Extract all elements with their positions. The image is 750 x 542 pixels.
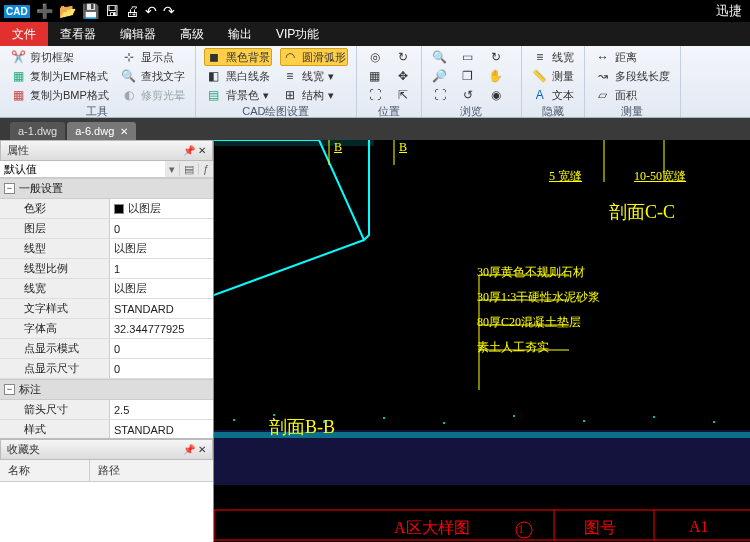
ext-icon: ⇱ — [395, 87, 411, 103]
collapse-icon[interactable]: − — [4, 384, 15, 395]
browse-btn-6[interactable]: ↺ — [458, 86, 478, 104]
save-icon[interactable]: 💾 — [82, 3, 99, 19]
copy-emf-button[interactable]: ▦复制为EMF格式 — [8, 67, 111, 85]
section-cc-label: 剖面C-C — [609, 200, 675, 224]
distance-button[interactable]: ↔距离 — [593, 48, 672, 66]
default-input[interactable] — [0, 161, 165, 177]
prop-arrowsize[interactable]: 箭头尺寸2.5 — [0, 400, 213, 420]
chevron-down-icon: ▾ — [263, 89, 269, 102]
browse-btn-8[interactable]: ✋ — [486, 67, 506, 85]
halo-icon: ◐ — [121, 87, 137, 103]
group-position: ◎ ▦ ⛶ ↻ ✥ ⇱ 位置 — [357, 46, 422, 117]
prop-lineweight[interactable]: 线宽以图层 — [0, 279, 213, 299]
prop-layer[interactable]: 图层0 — [0, 219, 213, 239]
note-concrete: 80厚C20混凝土垫层 — [477, 314, 581, 331]
properties-header: 属性 📌 ✕ — [0, 140, 213, 161]
pos-btn-1[interactable]: ◎ — [365, 48, 385, 66]
prop-ltscale[interactable]: 线型比例1 — [0, 259, 213, 279]
section-bb-label: 剖面B-B — [269, 415, 335, 439]
col-path[interactable]: 路径 — [90, 460, 128, 481]
prop-ptsize[interactable]: 点显示尺寸0 — [0, 359, 213, 379]
cat-general[interactable]: −一般设置 — [0, 178, 213, 199]
new-icon[interactable]: ➕ — [36, 3, 53, 19]
undo-icon[interactable]: ↶ — [145, 3, 157, 19]
browse-icon[interactable]: ▤ — [179, 163, 198, 176]
group-tools-label: 工具 — [8, 104, 187, 121]
bw-lines-button[interactable]: ◧黑白线条 — [204, 67, 272, 85]
tab-file[interactable]: 文件 — [0, 22, 48, 46]
doctab-a1[interactable]: a-1.dwg — [10, 122, 65, 140]
pin-icon[interactable]: 📌 ✕ — [183, 444, 206, 455]
black-bg-button[interactable]: ◼黑色背景 — [204, 48, 272, 66]
show-points-button[interactable]: ⊹显示点 — [119, 48, 187, 66]
tab-output[interactable]: 输出 — [216, 22, 264, 46]
browse-btn-1[interactable]: 🔍 — [430, 48, 450, 66]
saveas-icon[interactable]: 🖫 — [105, 3, 119, 19]
edit-halo-button: ◐修剪光晕 — [119, 86, 187, 104]
blackbg-icon: ◼ — [206, 49, 222, 65]
close-icon[interactable]: ✕ — [120, 126, 128, 137]
area-icon: ▱ — [595, 87, 611, 103]
fx-icon[interactable]: ƒ — [198, 163, 213, 175]
browse-btn-5[interactable]: ❐ — [458, 67, 478, 85]
clip-frame-button[interactable]: ✂️剪切框架 — [8, 48, 111, 66]
copy-bmp-button[interactable]: ▦复制为BMP格式 — [8, 86, 111, 104]
browse-btn-4[interactable]: ▭ — [458, 48, 478, 66]
label-5gap: 5 宽缝 — [549, 168, 582, 185]
open-icon[interactable]: 📂 — [59, 3, 76, 19]
pos-btn-5[interactable]: ✥ — [393, 67, 413, 85]
area-button[interactable]: ▱面积 — [593, 86, 672, 104]
tab-editor[interactable]: 编辑器 — [108, 22, 168, 46]
tuhao-label: 图号 — [584, 518, 616, 539]
prop-linetype[interactable]: 线型以图层 — [0, 239, 213, 259]
multiline-len-button[interactable]: ↝多段线长度 — [593, 67, 672, 85]
tab-advanced[interactable]: 高级 — [168, 22, 216, 46]
browse-btn-9[interactable]: ◉ — [486, 86, 506, 104]
document-tabs: a-1.dwg a-6.dwg✕ — [0, 118, 750, 140]
browse-btn-2[interactable]: 🔎 — [430, 67, 450, 85]
pos-btn-6[interactable]: ⇱ — [393, 86, 413, 104]
prop-textstyle[interactable]: 文字样式STANDARD — [0, 299, 213, 319]
pos-btn-4[interactable]: ↻ — [393, 48, 413, 66]
line-weight-button[interactable]: ≡线宽▾ — [280, 67, 348, 85]
favorites-body[interactable] — [0, 482, 213, 542]
group-measure-label: 测量 — [593, 104, 672, 121]
redo-icon[interactable]: ↷ — [163, 3, 175, 19]
cat-dimension[interactable]: −标注 — [0, 379, 213, 400]
smooth-arc-button[interactable]: ◠圆滑弧形 — [280, 48, 348, 66]
tab-vip[interactable]: VIP功能 — [264, 22, 331, 46]
browse-btn-7[interactable]: ↻ — [486, 48, 506, 66]
prop-fontheight[interactable]: 字体高32.344777925 — [0, 319, 213, 339]
prop-ptdisp[interactable]: 点显示模式0 — [0, 339, 213, 359]
print-icon[interactable]: 🖨 — [125, 3, 139, 19]
chevron-down-icon[interactable]: ▾ — [165, 163, 179, 176]
collapse-icon[interactable]: − — [4, 183, 15, 194]
bmp-icon: ▦ — [10, 87, 26, 103]
hide-text-button[interactable]: A文本 — [530, 86, 576, 104]
note-mortar: 30厚1:3干硬性水泥砂浆 — [477, 289, 600, 306]
hide-measure-button[interactable]: 📏测量 — [530, 67, 576, 85]
pos-btn-3[interactable]: ⛶ — [365, 86, 385, 104]
browse-btn-3[interactable]: ⛶ — [430, 86, 450, 104]
svg-point-7 — [443, 422, 445, 424]
pin-icon[interactable]: 📌 ✕ — [183, 145, 206, 156]
drawing-viewport[interactable]: B B 5 宽缝 10-50宽缝 剖面C-C 30厚黄色不规则石材 30厚1:3… — [214, 140, 750, 542]
bg-color-button[interactable]: ▤背景色▾ — [204, 86, 272, 104]
pos-btn-2[interactable]: ▦ — [365, 67, 385, 85]
note-stone: 30厚黄色不规则石材 — [477, 264, 585, 281]
polyline-icon: ↝ — [595, 68, 611, 84]
section-mark-b1: B — [334, 140, 342, 155]
property-grid[interactable]: −一般设置 色彩以图层 图层0 线型以图层 线型比例1 线宽以图层 文字样式ST… — [0, 178, 213, 438]
tab-viewer[interactable]: 查看器 — [48, 22, 108, 46]
palette-icon: ▤ — [206, 87, 222, 103]
prop-color[interactable]: 色彩以图层 — [0, 199, 213, 219]
full-icon: ⛶ — [432, 87, 448, 103]
prop-dimstyle[interactable]: 样式STANDARD — [0, 420, 213, 438]
structure-button[interactable]: ⊞结构▾ — [280, 86, 348, 104]
default-combo[interactable]: ▾ ▤ ƒ — [0, 161, 213, 178]
find-text-button[interactable]: 🔍查找文字 — [119, 67, 187, 85]
sel-icon: ▭ — [460, 49, 476, 65]
col-name[interactable]: 名称 — [0, 460, 90, 481]
hide-line-button[interactable]: ≡线宽 — [530, 48, 576, 66]
doctab-a6[interactable]: a-6.dwg✕ — [67, 122, 136, 140]
